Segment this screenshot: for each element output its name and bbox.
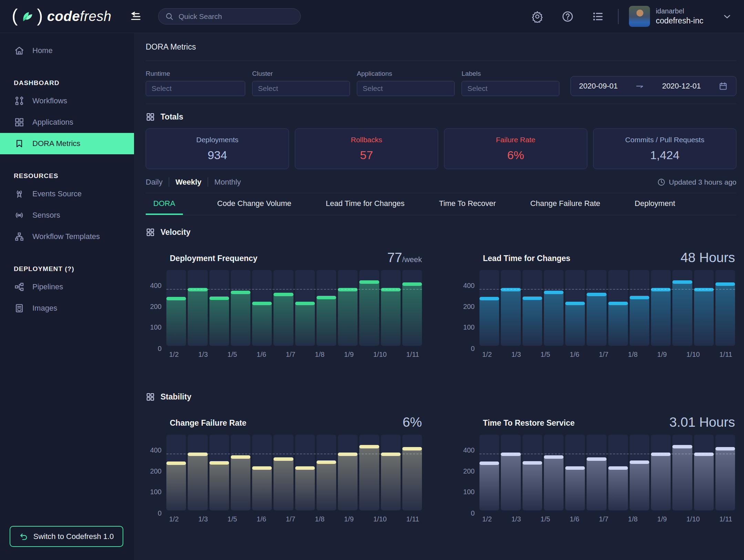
x-tick-label: 1/7 (286, 515, 296, 523)
bar-column (273, 270, 293, 346)
sidebar-item-dora-metrics[interactable]: DORA Metrics (0, 133, 134, 154)
clock-icon (657, 178, 665, 186)
x-tick-label: 1/3 (198, 351, 208, 359)
home-icon (14, 45, 25, 56)
workflows-icon (14, 96, 25, 106)
chart-title: Time To Restore Service (483, 418, 575, 430)
x-tick-label: 1/6 (257, 351, 266, 359)
sidebar-item-applications[interactable]: Applications (0, 112, 134, 133)
cluster-select[interactable]: Select (252, 81, 350, 96)
top-bar: ( ) codefresh (0, 0, 744, 33)
y-tick-label: 200 (463, 302, 475, 310)
x-tick-label: 1/3 (512, 351, 521, 359)
card-label: Deployments (196, 136, 239, 144)
x-tick-label: 1/3 (198, 515, 208, 523)
sidebar-item-pipelines[interactable]: Pipelines (0, 276, 134, 298)
bar-column (231, 270, 250, 346)
tab-lead-time-for-changes[interactable]: Lead Time for Changes (326, 193, 405, 215)
labels-select[interactable]: Select (462, 81, 559, 96)
x-tick-label: 1/5 (227, 515, 237, 523)
y-axis: 4002001000 (150, 270, 166, 346)
sidebar-section-resources: RESOURCES (0, 172, 134, 180)
x-tick-label: 1/11 (720, 515, 732, 523)
x-axis: 1/21/31/51/61/71/81/91/101/11 (479, 510, 735, 523)
x-tick-label: 1/8 (628, 351, 638, 359)
total-card-commits-pull-requests: Commits / Pull Requests 1,424 (593, 128, 736, 169)
lead-time-for-changes-chart: Lead Time for Changes 48 Hours 400200100… (463, 250, 735, 359)
tab-change-failure-rate[interactable]: Change Failure Rate (530, 193, 600, 215)
bar-column (501, 270, 520, 346)
sidebar-item-images[interactable]: Images (0, 298, 134, 319)
bar-column (338, 270, 358, 346)
bar-column (651, 270, 671, 346)
user-avatar[interactable] (629, 6, 650, 27)
sidebar-item-label: Workflows (32, 96, 67, 105)
granularity-weekly[interactable]: Weekly (175, 178, 201, 187)
logo-paren-left: ( (12, 7, 18, 24)
quick-search[interactable] (158, 8, 301, 24)
x-tick-label: 1/6 (570, 351, 579, 359)
updated-text: Updated 3 hours ago (669, 178, 736, 186)
tab-deployment[interactable]: Deployment (635, 193, 675, 215)
sidebar: HomeDASHBOARDWorkflowsApplicationsDORA M… (0, 33, 134, 560)
runtime-select[interactable]: Select (146, 81, 245, 96)
undo-icon (19, 532, 28, 541)
switch-to-codefresh-1-button[interactable]: Switch to Codefresh 1.0 (10, 526, 123, 547)
x-tick-label: 1/8 (315, 351, 324, 359)
applications-select[interactable]: Select (357, 81, 455, 96)
separator (169, 177, 169, 187)
select-placeholder: Select (258, 84, 278, 93)
user-name: idanarbel (656, 7, 703, 15)
sidebar-item-events-source[interactable]: Events Source (0, 183, 134, 205)
granularity-daily[interactable]: Daily (146, 178, 163, 187)
bar-column (523, 435, 542, 510)
x-tick-label: 1/7 (599, 515, 609, 523)
stability-section-head: Stability (146, 392, 736, 402)
help-icon[interactable] (561, 10, 574, 23)
bar-column (672, 270, 692, 346)
y-tick-label: 400 (150, 282, 162, 290)
tab-dora[interactable]: DORA (146, 193, 183, 215)
bar-column (694, 270, 714, 346)
tab-time-to-recover[interactable]: Time To Recover (439, 193, 496, 215)
bar-column (188, 270, 207, 346)
y-tick-label: 100 (463, 488, 475, 496)
arrow-right-icon (636, 83, 644, 89)
bar-column (295, 270, 315, 346)
user-info[interactable]: idanarbel codefresh-inc (656, 7, 703, 25)
totals-heading: Totals (161, 112, 183, 122)
y-tick-label: 100 (463, 323, 475, 331)
chevron-down-icon[interactable] (722, 11, 732, 22)
bar-column (651, 435, 671, 510)
settings-gear-icon[interactable] (531, 10, 544, 23)
task-list-icon[interactable] (592, 10, 604, 23)
bar-column (608, 270, 628, 346)
granularity-monthly[interactable]: Monthly (214, 178, 241, 187)
date-start: 2020-09-01 (579, 82, 618, 91)
sidebar-item-home[interactable]: Home (0, 40, 134, 61)
filter-cluster: Cluster Select (252, 70, 350, 96)
average-dashed-line (166, 289, 422, 290)
sidebar-item-workflow-templates[interactable]: Workflow Templates (0, 226, 134, 247)
collapse-sidebar-icon[interactable] (129, 11, 142, 22)
workflow-templates-icon (14, 231, 25, 242)
x-tick-label: 1/8 (315, 515, 324, 523)
grid-section-icon (146, 392, 155, 402)
sidebar-item-workflows[interactable]: Workflows (0, 90, 134, 112)
stability-charts-row: Change Failure Rate 6% 4002001000 (150, 415, 736, 523)
search-input[interactable] (178, 12, 294, 21)
y-tick-label: 0 (471, 344, 475, 352)
stability-heading: Stability (161, 392, 191, 402)
bar-plot (479, 270, 735, 346)
tab-code-change-volume[interactable]: Code Change Volume (217, 193, 291, 215)
bar-column (166, 435, 186, 510)
date-range-picker[interactable]: 2020-09-01 2020-12-01 (570, 76, 736, 96)
x-tick-label: 1/10 (686, 515, 700, 523)
total-card-deployments: Deployments 934 (146, 128, 289, 169)
chart-title: Change Failure Rate (170, 418, 246, 430)
bar-column (544, 435, 564, 510)
sidebar-item-sensors[interactable]: Sensors (0, 205, 134, 226)
bar-column (479, 435, 499, 510)
bar-column (587, 435, 606, 510)
sensors-icon (14, 210, 25, 220)
